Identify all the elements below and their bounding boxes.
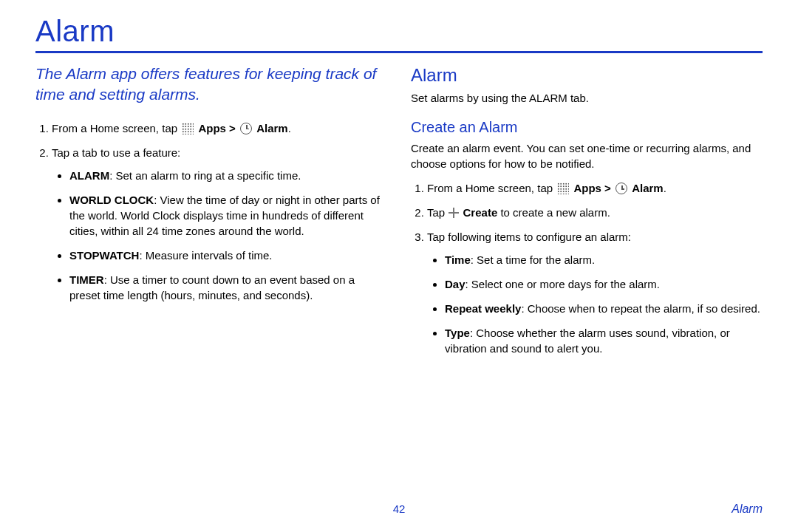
title-rule bbox=[35, 51, 763, 53]
page-number: 42 bbox=[393, 502, 406, 515]
bullet-time: Time: Set a time for the alarm. bbox=[445, 252, 763, 267]
page-footer: 42 Alarm bbox=[35, 502, 763, 516]
apps-label: Apps > bbox=[198, 122, 239, 134]
text: From a Home screen, tap bbox=[427, 182, 556, 194]
apps-icon bbox=[557, 183, 569, 194]
text: : Use a timer to count down to an event … bbox=[69, 273, 355, 301]
bullet-timer: TIMER: Use a timer to count down to an e… bbox=[69, 272, 387, 303]
text: : Measure intervals of time. bbox=[139, 249, 272, 262]
label: Day bbox=[445, 278, 466, 290]
right-column: Alarm Set alarms by using the ALARM tab.… bbox=[411, 64, 763, 365]
bullet-type: Type: Choose whether the alarm uses soun… bbox=[445, 325, 763, 356]
left-column: The Alarm app offers features for keepin… bbox=[35, 64, 387, 365]
right-step-2: Tap Create to create a new alarm. bbox=[427, 205, 763, 220]
label: Type bbox=[445, 327, 470, 339]
subsection-heading-create: Create an Alarm bbox=[411, 119, 763, 136]
label: Time bbox=[445, 253, 471, 266]
plus-icon bbox=[449, 208, 459, 218]
text: : Select one or more days for the alarm. bbox=[466, 278, 660, 290]
label: TIMER bbox=[69, 273, 104, 286]
text: : Set a time for the alarm. bbox=[471, 253, 595, 266]
alarm-label: Alarm bbox=[256, 122, 288, 134]
text: Tap following items to configure an alar… bbox=[427, 231, 631, 243]
alarm-label: Alarm bbox=[632, 182, 664, 194]
bullet-alarm: ALARM: Set an alarm to ring at a specifi… bbox=[69, 168, 387, 183]
footer-section-label: Alarm bbox=[732, 502, 763, 516]
label: ALARM bbox=[69, 169, 109, 182]
right-step-3: Tap following items to configure an alar… bbox=[427, 229, 763, 356]
text: to create a new alarm. bbox=[497, 206, 610, 219]
text: . bbox=[288, 122, 291, 134]
bullet-world-clock: WORLD CLOCK: View the time of day or nig… bbox=[69, 192, 387, 239]
bullet-day: Day: Select one or more days for the ala… bbox=[445, 276, 763, 292]
text: Tap a tab to use a feature: bbox=[52, 146, 180, 159]
clock-icon bbox=[240, 123, 252, 134]
bullet-repeat: Repeat weekly: Choose when to repeat the… bbox=[445, 301, 763, 316]
apps-icon bbox=[182, 123, 194, 134]
text: : Choose when to repeat the alarm, if so… bbox=[521, 302, 760, 315]
text: . bbox=[664, 182, 666, 194]
page-title: Alarm bbox=[35, 15, 763, 48]
label: STOPWATCH bbox=[69, 249, 139, 262]
section-intro: Set alarms by using the ALARM tab. bbox=[411, 90, 763, 106]
create-label: Create bbox=[463, 206, 498, 219]
left-step-2: Tap a tab to use a feature: ALARM: Set a… bbox=[52, 145, 387, 303]
section-heading-alarm: Alarm bbox=[411, 65, 763, 86]
left-step-1: From a Home screen, tap Apps > Alarm. bbox=[52, 120, 387, 136]
right-step-1: From a Home screen, tap Apps > Alarm. bbox=[427, 180, 763, 196]
bullet-stopwatch: STOPWATCH: Measure intervals of time. bbox=[69, 248, 387, 263]
label: Repeat weekly bbox=[445, 302, 521, 315]
text: : Set an alarm to ring at a specific tim… bbox=[109, 169, 301, 182]
create-intro: Create an alarm event. You can set one-t… bbox=[411, 140, 763, 171]
text: : Choose whether the alarm uses sound, v… bbox=[445, 327, 730, 355]
apps-label: Apps > bbox=[573, 182, 614, 194]
text: From a Home screen, tap bbox=[52, 122, 180, 134]
intro-text: The Alarm app offers features for keepin… bbox=[35, 64, 387, 106]
label: WORLD CLOCK bbox=[69, 194, 154, 206]
text: Tap bbox=[427, 206, 448, 219]
clock-icon bbox=[615, 183, 627, 194]
